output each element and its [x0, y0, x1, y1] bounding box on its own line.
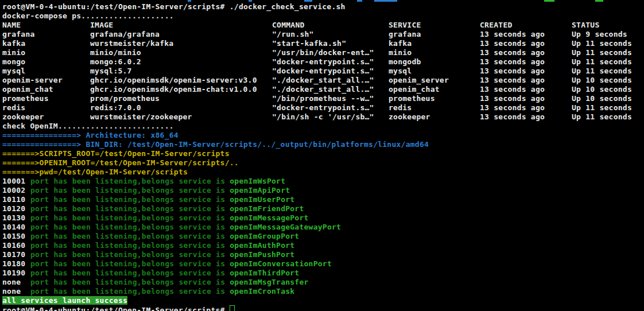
- scrollback-fragment: [595, 0, 603, 2]
- container-command: "./docker_start_all.…": [272, 85, 389, 94]
- container-name: prometheus: [2, 94, 90, 103]
- container-status: Up 11 seconds: [572, 112, 644, 122]
- port-number: 10190: [2, 269, 30, 278]
- port-status-line: noneport has been listening,belongs serv…: [0, 287, 644, 296]
- table-row: mysql mysql:5.7 "docker-entrypoint.s…" m…: [0, 67, 644, 76]
- port-message: port has been listening,belongs service …: [30, 259, 230, 268]
- container-status: Up 10 seconds: [572, 94, 644, 103]
- port-message: port has been listening,belongs service …: [30, 195, 230, 204]
- port-service-name: openImMsgTransfer: [230, 278, 308, 286]
- container-created: 13 seconds ago: [480, 103, 572, 112]
- container-name: openim_chat: [2, 85, 90, 94]
- port-number: 10170: [2, 250, 30, 259]
- container-service: openim_chat: [389, 85, 480, 94]
- table-row: openim_chat ghcr.io/openimsdk/openim-cha…: [0, 85, 644, 94]
- container-name: grafana: [2, 30, 90, 39]
- port-message: port has been listening,belongs service …: [30, 278, 230, 286]
- container-service: mysql: [389, 67, 480, 76]
- container-name: minio: [2, 48, 90, 57]
- port-service-name: openImThirdPort: [230, 269, 299, 277]
- container-created: 13 seconds ago: [480, 57, 572, 67]
- container-name: zookeeper: [2, 112, 90, 122]
- container-name: redis: [2, 103, 90, 112]
- container-command: "docker-entrypoint.s…": [272, 57, 389, 67]
- port-message: port has been listening,belongs service …: [30, 241, 230, 250]
- container-created: 13 seconds ago: [480, 76, 572, 85]
- container-service: zookeeper: [389, 112, 480, 122]
- scrollback-fragment: [544, 0, 554, 2]
- container-command: "/bin/prometheus --w…": [272, 94, 389, 103]
- port-service-name: openImPushPort: [230, 250, 294, 259]
- table-row: prometheus prom/prometheus "/bin/prometh…: [0, 94, 644, 103]
- port-status-line: 10120port has been listening,belongs ser…: [0, 204, 644, 213]
- port-service-name: openImConversationPort: [230, 259, 332, 268]
- container-status: Up 11 seconds: [572, 67, 644, 76]
- port-status-line: noneport has been listening,belongs serv…: [0, 278, 644, 287]
- container-image: wurstmeister/kafka: [90, 39, 272, 48]
- port-service-name: openImAuthPort: [230, 241, 294, 250]
- port-message: port has been listening,belongs service …: [30, 213, 230, 222]
- table-row: kafka wurstmeister/kafka "start-kafka.sh…: [0, 39, 644, 48]
- table-row: grafana grafana/grafana "/run.sh" grafan…: [0, 30, 644, 39]
- container-created: 13 seconds ago: [480, 48, 572, 57]
- col-header-service: SERVICE: [389, 21, 480, 30]
- port-message: port has been listening,belongs service …: [30, 250, 230, 259]
- container-created: 13 seconds ago: [480, 30, 572, 39]
- scrollback-fragment: [188, 0, 191, 2]
- port-status-line: 10002port has been listening,belongs ser…: [0, 186, 644, 195]
- container-image: ghcr.io/openimsdk/openim-server:v3.0: [90, 76, 272, 85]
- compose-text: docker-compose ps....................: [2, 11, 174, 20]
- container-name: mysql: [2, 67, 90, 76]
- container-service: redis: [389, 103, 480, 112]
- shell-prompt-command: root@VM-0-4-ubuntu:/test/Open-IM-Server/…: [0, 2, 644, 11]
- container-status: Up 11 seconds: [572, 57, 644, 67]
- container-command: "/bin/sh -c '/usr/sb…": [272, 112, 389, 122]
- table-row: openim-server ghcr.io/openimsdk/openim-s…: [0, 76, 644, 85]
- port-number: 10110: [2, 195, 30, 204]
- container-service: prometheus: [389, 94, 480, 103]
- port-service-name: openImUserPort: [230, 195, 294, 204]
- port-number: none: [2, 287, 30, 296]
- table-row: mongo mongo:6.0.2 "docker-entrypoint.s…"…: [0, 57, 644, 67]
- port-message: port has been listening,belongs service …: [30, 186, 230, 195]
- pwd-text: =======>pwd=/test/Open-IM-Server/scripts: [2, 168, 188, 176]
- port-status-line: 10130port has been listening,belongs ser…: [0, 213, 644, 223]
- container-image: mongo:6.0.2: [90, 57, 272, 67]
- container-status: Up 11 seconds: [572, 39, 644, 48]
- container-name: mongo: [2, 57, 90, 67]
- shell-prompt-idle[interactable]: root@VM-0-4-ubuntu:/test/Open-IM-Server/…: [0, 305, 644, 311]
- terminal-window[interactable]: root@VM-0-4-ubuntu:/test/Open-IM-Server/…: [0, 0, 644, 311]
- scrollback-fragment: [304, 0, 312, 2]
- container-service: minio: [389, 48, 480, 57]
- container-command: "docker-entrypoint.s…": [272, 67, 389, 76]
- port-number: 10180: [2, 259, 30, 269]
- container-status: Up 10 seconds: [572, 76, 644, 85]
- table-header-row: NAME IMAGE COMMAND SERVICE CREATED STATU…: [0, 21, 644, 30]
- port-number: 10002: [2, 186, 30, 195]
- terminal-cursor[interactable]: [230, 305, 235, 311]
- container-name: kafka: [2, 39, 90, 48]
- prompt-text: root@VM-0-4-ubuntu:/test/Open-IM-Server/…: [2, 306, 225, 311]
- port-status-line: 10110port has been listening,belongs ser…: [0, 195, 644, 204]
- container-created: 13 seconds ago: [480, 67, 572, 76]
- port-status-line: 10140port has been listening,belongs ser…: [0, 223, 644, 232]
- success-badge: all services launch success: [2, 296, 127, 305]
- port-message: port has been listening,belongs service …: [30, 204, 230, 213]
- container-service: grafana: [389, 30, 480, 39]
- scrollback-fragment: [357, 0, 362, 2]
- col-header-created: CREATED: [480, 21, 572, 30]
- container-command: "./docker_start_all.…": [272, 76, 389, 85]
- container-service: mongodb: [389, 57, 480, 67]
- port-message: port has been listening,belongs service …: [30, 287, 230, 296]
- container-status: Up 11 seconds: [572, 48, 644, 57]
- bin-dir-text: ================> BIN_DIR: /test/Open-IM…: [2, 140, 429, 149]
- port-message: port has been listening,belongs service …: [30, 177, 230, 185]
- table-row: minio minio/minio "/usr/bin/docker-ent…"…: [0, 48, 644, 57]
- openim-root-line: =======>OPENIM_ROOT=/test/Open-IM-Server…: [0, 158, 644, 168]
- port-service-name: openImWsPort: [230, 177, 285, 185]
- scrollback-fragment: [374, 0, 397, 2]
- port-number: 10001: [2, 177, 30, 186]
- container-image: minio/minio: [90, 48, 272, 57]
- container-command: "/usr/bin/docker-ent…": [272, 48, 389, 57]
- port-number: 10130: [2, 213, 30, 223]
